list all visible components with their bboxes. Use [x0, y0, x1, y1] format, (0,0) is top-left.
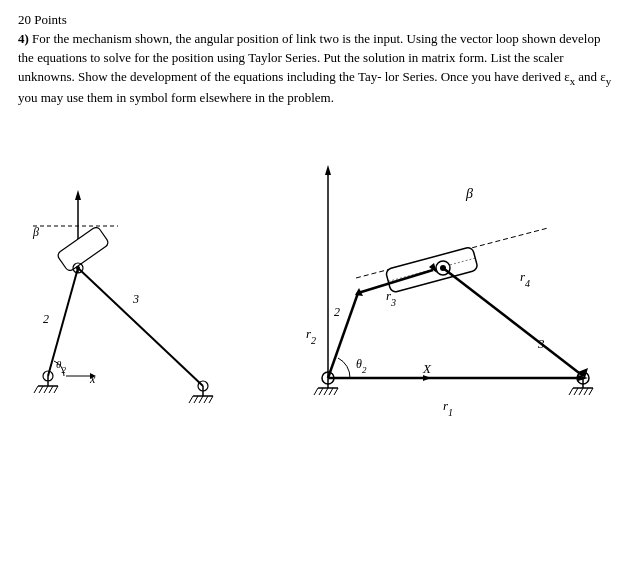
svg-text:r4: r4 [520, 269, 530, 289]
svg-line-35 [314, 388, 318, 395]
svg-line-25 [199, 396, 203, 403]
svg-text:r1: r1 [443, 398, 453, 418]
diagrams-row: 2 θ2 x [18, 118, 614, 448]
svg-text:r2: r2 [306, 326, 316, 346]
svg-line-23 [189, 396, 193, 403]
svg-text:2: 2 [334, 305, 340, 319]
svg-line-6 [54, 386, 58, 393]
svg-line-4 [44, 386, 48, 393]
svg-line-41 [328, 293, 358, 378]
svg-line-27 [209, 396, 213, 403]
svg-line-20 [78, 268, 203, 386]
problem-text: 4) For the mechanism shown, the angular … [18, 30, 614, 108]
svg-line-2 [34, 386, 38, 393]
svg-marker-32 [325, 165, 331, 175]
svg-text:3: 3 [132, 292, 139, 306]
svg-line-8 [48, 268, 78, 376]
svg-line-36 [319, 388, 323, 395]
diagram-right: r2 θ2 2 X [238, 118, 628, 448]
svg-line-68 [574, 388, 578, 395]
svg-line-24 [194, 396, 198, 403]
diagram-left: 2 θ2 x [18, 118, 238, 448]
svg-marker-15 [75, 190, 81, 200]
svg-text:β: β [465, 186, 473, 201]
svg-text:θ2: θ2 [356, 357, 367, 375]
svg-line-58 [443, 268, 583, 376]
svg-text:3: 3 [537, 336, 545, 351]
svg-line-67 [569, 388, 573, 395]
svg-text:β: β [32, 225, 39, 239]
svg-line-3 [39, 386, 43, 393]
svg-rect-16 [56, 225, 110, 272]
svg-line-5 [49, 386, 53, 393]
svg-line-26 [204, 396, 208, 403]
svg-line-39 [334, 388, 338, 395]
svg-line-38 [329, 388, 333, 395]
svg-line-69 [579, 388, 583, 395]
svg-text:2: 2 [43, 312, 49, 326]
svg-line-37 [324, 388, 328, 395]
svg-text:X: X [422, 361, 432, 376]
svg-line-70 [584, 388, 588, 395]
points-label: 20 Points [18, 12, 614, 28]
svg-line-71 [589, 388, 593, 395]
